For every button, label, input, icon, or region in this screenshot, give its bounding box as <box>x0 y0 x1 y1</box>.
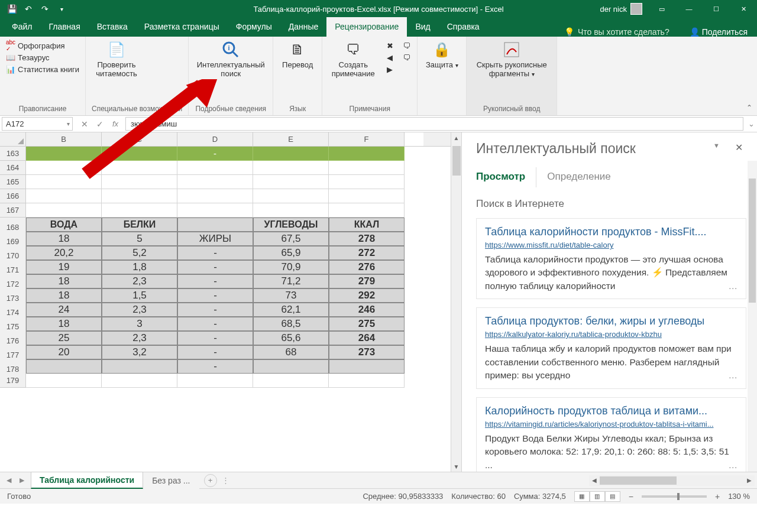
cell[interactable]: - <box>177 317 253 331</box>
cell[interactable]: - <box>177 359 253 374</box>
close-icon[interactable]: ✕ <box>730 0 757 18</box>
qat-customize-icon[interactable]: ▾ <box>54 2 69 16</box>
search-result[interactable]: Калорийность продуктов таблица и витами.… <box>476 397 746 472</box>
zoom-in-icon[interactable]: + <box>715 492 720 501</box>
result-title[interactable]: Таблица продуктов: белки, жиры и углевод… <box>485 315 737 327</box>
cell[interactable]: 246 <box>329 303 405 317</box>
cell[interactable]: 19 <box>26 260 102 274</box>
panel-options-icon[interactable]: ▼ <box>710 141 723 150</box>
fx-icon[interactable]: fx <box>109 118 122 131</box>
cell[interactable]: - <box>177 246 253 260</box>
cell[interactable] <box>102 189 177 203</box>
vertical-scrollbar[interactable]: ▲ ▼ <box>451 132 461 472</box>
page-layout-icon[interactable]: ▥ <box>590 491 605 502</box>
panel-tab-explore[interactable]: Просмотр <box>476 167 536 187</box>
panel-tab-define[interactable]: Определение <box>536 167 622 187</box>
prev-comment-button[interactable]: ◀ <box>383 52 397 63</box>
cell[interactable]: 1,8 <box>102 260 177 274</box>
page-break-icon[interactable]: ▤ <box>605 491 620 502</box>
zoom-out-icon[interactable]: − <box>629 492 633 501</box>
scroll-thumb[interactable] <box>452 146 461 176</box>
row-header[interactable]: 166 <box>0 189 26 203</box>
cell[interactable] <box>26 374 102 388</box>
cell[interactable]: 20,2 <box>26 246 102 260</box>
cell[interactable]: 292 <box>329 288 405 303</box>
cell[interactable] <box>26 359 102 374</box>
row-header[interactable]: 164 <box>0 161 26 175</box>
horizontal-scrollbar[interactable]: ◀ ▶ <box>589 475 755 486</box>
sheet-nav-prev-icon[interactable]: ◀ <box>2 474 15 487</box>
cell[interactable]: 67,5 <box>253 232 329 246</box>
workbook-stats-button[interactable]: 📊Статистика книги <box>4 64 82 74</box>
cell[interactable]: 71,2 <box>253 274 329 288</box>
cell[interactable]: 2,3 <box>102 303 177 317</box>
cell[interactable]: - <box>177 288 253 303</box>
cell[interactable] <box>26 147 102 161</box>
tab-формулы[interactable]: Формулы <box>228 17 280 37</box>
cell[interactable] <box>102 374 177 388</box>
protect-button[interactable]: 🔒 Защита ▾ <box>421 39 462 70</box>
sheet-nav-next-icon[interactable]: ▶ <box>15 474 28 487</box>
cell[interactable]: 279 <box>329 274 405 288</box>
cell[interactable] <box>329 359 405 374</box>
result-title[interactable]: Калорийность продуктов таблица и витами.… <box>485 405 737 417</box>
column-header[interactable]: E <box>253 132 329 146</box>
show-comment-button[interactable]: 🗨 <box>399 40 413 51</box>
spelling-button[interactable]: abc✓Орфография <box>4 40 82 51</box>
cell[interactable]: 3,2 <box>102 345 177 359</box>
cell[interactable] <box>329 147 405 161</box>
new-sheet-icon[interactable]: + <box>204 474 217 487</box>
column-header[interactable]: C <box>102 132 177 146</box>
cell[interactable]: 5,2 <box>102 246 177 260</box>
show-all-comments-button[interactable]: 🗨 <box>399 52 413 63</box>
cell[interactable] <box>102 161 177 175</box>
collapse-ribbon-icon[interactable]: ⌃ <box>746 103 752 112</box>
cell[interactable] <box>26 161 102 175</box>
smart-lookup-button[interactable]: i Интеллектуальный поиск <box>192 39 269 79</box>
cell[interactable]: 62,1 <box>253 303 329 317</box>
cell[interactable]: 65,6 <box>253 331 329 345</box>
save-icon[interactable]: 💾 <box>5 2 19 16</box>
check-accessibility-button[interactable]: 📄 Проверить читаемость <box>89 39 144 79</box>
result-title[interactable]: Таблица калорийности продуктов - MissFit… <box>485 226 737 238</box>
hscroll-thumb[interactable] <box>600 476 677 485</box>
undo-icon[interactable]: ↶ <box>21 2 35 16</box>
new-comment-button[interactable]: 🗨 Создать примечание <box>326 39 380 79</box>
formula-input[interactable]: зюм кишмиш <box>125 117 743 131</box>
thesaurus-button[interactable]: 📖Тезаурус <box>4 52 82 63</box>
cell[interactable]: 68,5 <box>253 317 329 331</box>
sheet-tab-other[interactable]: Без раз ... <box>143 472 199 489</box>
scroll-down-icon[interactable]: ▼ <box>451 461 462 472</box>
name-box[interactable]: A172 <box>2 117 73 131</box>
cell[interactable] <box>177 203 253 218</box>
row-header[interactable]: 179 <box>0 374 26 388</box>
tab-рецензирование[interactable]: Рецензирование <box>326 17 407 37</box>
search-result[interactable]: Таблица продуктов: белки, жиры и углевод… <box>476 307 746 388</box>
cell[interactable]: 275 <box>329 317 405 331</box>
column-header[interactable]: D <box>177 132 253 146</box>
select-all-corner[interactable] <box>0 132 26 146</box>
cell[interactable] <box>177 161 253 175</box>
cell[interactable] <box>253 374 329 388</box>
cell[interactable]: 70,9 <box>253 260 329 274</box>
cell[interactable] <box>177 175 253 189</box>
cell[interactable]: 18 <box>26 317 102 331</box>
cell[interactable]: 264 <box>329 331 405 345</box>
result-url[interactable]: https://www.missfit.ru/diet/table-calory <box>485 241 737 249</box>
cell[interactable]: 1,5 <box>102 288 177 303</box>
normal-view-icon[interactable]: ▦ <box>574 491 590 502</box>
hide-ink-button[interactable]: Скрыть рукописные фрагменты ▾ <box>470 39 553 79</box>
search-result[interactable]: Таблица калорийности продуктов - MissFit… <box>476 218 746 299</box>
cell[interactable]: 273 <box>329 345 405 359</box>
cell[interactable]: 73 <box>253 288 329 303</box>
enter-formula-icon[interactable]: ✓ <box>93 118 106 131</box>
expand-formula-icon[interactable]: ⌄ <box>745 116 757 132</box>
zoom-level[interactable]: 130 % <box>728 492 750 501</box>
cell[interactable] <box>26 203 102 218</box>
cell[interactable] <box>26 175 102 189</box>
next-comment-button[interactable]: ▶ <box>383 64 397 74</box>
cancel-formula-icon[interactable]: ✕ <box>78 118 91 131</box>
cell[interactable]: 65,9 <box>253 246 329 260</box>
cell[interactable] <box>177 189 253 203</box>
redo-icon[interactable]: ↷ <box>38 2 52 16</box>
